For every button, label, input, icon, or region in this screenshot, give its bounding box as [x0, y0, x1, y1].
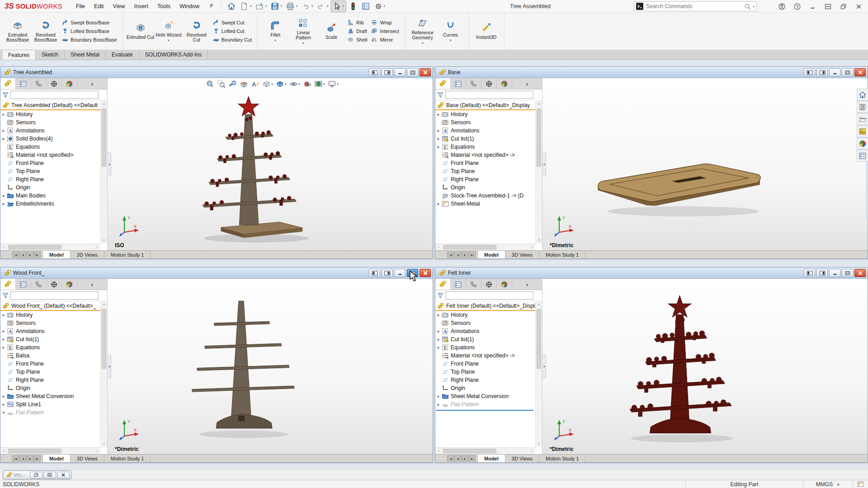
tree-item-front-plane[interactable]: Front Plane — [0, 360, 100, 368]
tree-root-item[interactable]: Wood Front_ (Default) <<Default>_ — [0, 302, 100, 311]
split-left-button[interactable] — [369, 68, 380, 76]
filter-input[interactable] — [10, 91, 99, 99]
tab-dimxpertmanager[interactable] — [481, 279, 497, 290]
task-pane-tab-design-library[interactable] — [857, 113, 868, 125]
window-titlebar[interactable]: Felt Inner — [435, 267, 868, 279]
menu-file[interactable]: File — [71, 0, 90, 12]
scroll-track[interactable] — [536, 108, 542, 237]
curves-button[interactable]: Curves▾ — [437, 19, 465, 43]
tab-displaymanager[interactable] — [62, 279, 77, 290]
shell-button[interactable]: Shell — [347, 36, 367, 44]
tab-nav-previous[interactable]: ◀ — [454, 455, 461, 461]
extruded-cut-button[interactable]: Extruded Cut — [127, 21, 155, 41]
tree-item-solid-bodies-4[interactable]: ▸Solid Bodies(4) — [0, 135, 100, 143]
tab-dimxpertmanager[interactable] — [47, 78, 62, 89]
filter-input[interactable] — [445, 91, 533, 99]
pin-menu-icon[interactable] — [207, 2, 215, 10]
tree-item-sheet-metal[interactable]: ▸Sheet-Metal — [435, 200, 535, 208]
window-titlebar[interactable]: Wood Front_ — [0, 267, 433, 279]
tree-item-front-plane[interactable]: Front Plane — [435, 360, 535, 368]
tab-dimxpertmanager[interactable] — [481, 78, 497, 89]
minimize-button[interactable] — [829, 68, 840, 76]
new-document-button[interactable]: ▾ — [238, 1, 253, 12]
scroll-up-arrow[interactable]: ˄ — [536, 301, 542, 308]
scroll-right-arrow[interactable]: › — [528, 244, 535, 250]
hide-show-items-button[interactable]: ▾ — [288, 79, 301, 89]
scroll-track[interactable] — [536, 308, 542, 441]
scroll-track[interactable] — [101, 108, 107, 237]
redo-button[interactable]: ▾ — [315, 1, 330, 12]
help-button[interactable] — [789, 0, 805, 12]
maximize-button[interactable] — [407, 68, 418, 76]
close-button[interactable] — [57, 472, 70, 479]
tree-item-sensors[interactable]: Sensors — [435, 118, 535, 127]
expand-arrow[interactable]: ▸ — [0, 202, 7, 206]
expand-arrow[interactable]: ▸ — [0, 313, 7, 317]
tab-configurationmanager[interactable] — [466, 279, 481, 290]
task-pane-tab-appearances[interactable] — [857, 137, 868, 150]
select-cursor-button[interactable]: ▾ — [330, 0, 346, 12]
dropdown-arrow-icon[interactable]: ▾ — [280, 4, 282, 8]
menu-insert[interactable]: Insert — [129, 0, 152, 12]
tab-nav-last[interactable]: ▶| — [469, 252, 476, 258]
expand-arrow[interactable]: ▸ — [435, 337, 442, 342]
dropdown-arrow-icon[interactable]: ▾ — [168, 38, 170, 42]
lofted-cut-button[interactable]: Lofted Cut — [212, 27, 252, 36]
dropdown-arrow-icon[interactable]: ▾ — [250, 4, 251, 8]
tab-model[interactable]: Model — [42, 455, 71, 462]
menu-view[interactable]: View — [108, 0, 130, 12]
scale-button[interactable]: Scale — [317, 21, 345, 41]
minimize-button[interactable] — [394, 269, 406, 277]
swept-cut-button[interactable]: Swept Cut — [212, 19, 252, 27]
tree-item-right-plane[interactable]: Right Plane — [0, 376, 100, 384]
edit-appearance-button[interactable] — [302, 79, 312, 89]
dropdown-arrow-icon[interactable]: ▾ — [298, 82, 300, 86]
tree-item-top-plane[interactable]: Top Plane — [0, 167, 100, 175]
tree-item-flat-pattern[interactable]: ▾Flat-Pattern — [0, 408, 100, 417]
expand-arrow[interactable]: ▸ — [0, 329, 7, 333]
instant3d-button[interactable]: Instant3D — [472, 21, 500, 41]
expand-arrow[interactable]: ▸ — [0, 394, 7, 399]
expand-arrow[interactable]: ▸ — [0, 193, 7, 198]
tab-configurationmanager[interactable] — [31, 279, 47, 290]
splitter-handle[interactable] — [542, 153, 546, 176]
options-gear-button[interactable]: ▾ — [373, 1, 387, 12]
tab-3d-views[interactable]: 3D Views — [505, 251, 539, 258]
dropdown-arrow-icon[interactable]: ▾ — [422, 41, 424, 45]
tab-displaymanager[interactable] — [62, 78, 77, 89]
tree-item-sensors[interactable]: Sensors — [0, 319, 100, 327]
expand-arrow[interactable]: ▸ — [0, 402, 7, 407]
tab-nav-first[interactable]: |◀ — [447, 455, 454, 461]
tab-configurationmanager[interactable] — [31, 78, 47, 89]
tree-item-cut-list-1[interactable]: ▸Cut list(1) — [0, 335, 100, 343]
tab-nav-previous[interactable]: ◀ — [454, 252, 461, 258]
scroll-thumb[interactable] — [537, 309, 541, 369]
expand-panes-button[interactable] — [820, 0, 835, 12]
tree-item-annotations[interactable]: ▸Annotations — [0, 327, 100, 335]
scroll-right-arrow[interactable]: › — [528, 448, 535, 454]
tab-sheet-metal[interactable]: Sheet Metal — [65, 50, 106, 60]
scroll-thumb[interactable] — [102, 309, 106, 369]
menu-tools[interactable]: Tools — [153, 0, 175, 12]
tree-item-balsa[interactable]: Balsa — [0, 352, 100, 360]
fm-horizontal-scrollbar[interactable]: ‹› — [0, 447, 100, 454]
expand-arrow[interactable]: ▸ — [435, 202, 442, 206]
tab-featuremanager[interactable] — [435, 78, 451, 89]
scroll-track[interactable] — [7, 244, 94, 250]
expand-arrow[interactable]: ▸ — [435, 394, 442, 399]
tab-featuremanager[interactable] — [0, 78, 16, 89]
scroll-thumb[interactable] — [537, 108, 541, 167]
scroll-track[interactable] — [7, 448, 94, 454]
tree-item-embellishments[interactable]: ▸Embellishments — [0, 200, 100, 208]
save-button[interactable]: ▾ — [269, 1, 283, 12]
tree-item-flat-pattern[interactable]: ▸Flat-Pattern — [435, 400, 535, 408]
tree-item-history[interactable]: ▸History — [435, 311, 535, 319]
tab-model[interactable]: Model — [477, 455, 505, 462]
boundary-boss-base-button[interactable]: Boundary Boss/Base — [61, 36, 117, 44]
intersect-button[interactable]: Intersect — [371, 27, 399, 36]
tree-item-cut-list-1[interactable]: ▸Cut list(1) — [435, 335, 535, 343]
tab-nav-previous[interactable]: ◀ — [19, 252, 26, 258]
mirror-button[interactable]: Mirror — [371, 36, 399, 44]
unit-system-selector[interactable]: MMGS▲ — [803, 480, 853, 488]
fm-vertical-scrollbar[interactable]: ˄˅ — [100, 101, 107, 244]
